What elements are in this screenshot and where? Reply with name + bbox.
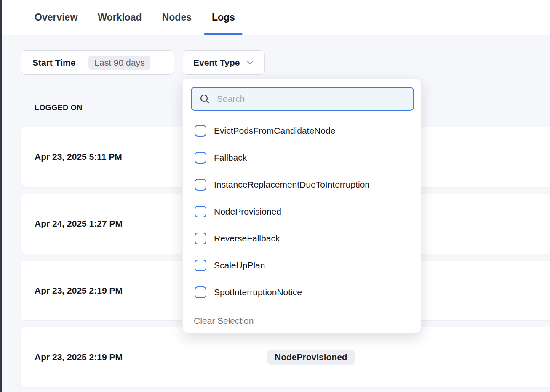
event-type-badge: NodeProvisioned <box>267 350 355 365</box>
logged-on-cell: Apr 23, 2025 5:11 PM <box>35 152 122 162</box>
event-type-option[interactable]: SpotInterruptionNotice <box>183 279 421 306</box>
option-label: ReverseFallback <box>214 233 280 244</box>
search-icon <box>199 93 211 105</box>
active-tab-indicator <box>204 33 243 35</box>
checkbox[interactable] <box>195 260 206 271</box>
option-label: SpotInterruptionNotice <box>214 287 302 297</box>
start-time-value-pill[interactable]: Last 90 days <box>88 56 150 70</box>
option-label: EvictPodsFromCandidateNode <box>214 126 335 136</box>
tab-overview-label: Overview <box>35 12 77 23</box>
logged-on-cell: Apr 24, 2025 1:27 PM <box>35 219 123 229</box>
column-header-logged-on: LOGGED ON <box>35 103 83 112</box>
event-type-option[interactable]: InstanceReplacementDueToInterruption <box>183 171 421 198</box>
event-type-option[interactable]: NodeProvisioned <box>183 198 421 225</box>
search-field[interactable] <box>191 87 414 111</box>
logged-on-cell: Apr 23, 2025 2:19 PM <box>35 286 123 296</box>
option-label: ScaleUpPlan <box>214 260 265 270</box>
clear-selection-button[interactable]: Clear Selection <box>183 309 421 333</box>
start-time-filter[interactable]: Start Time Last 90 days <box>21 50 174 75</box>
tab-workload-label: Workload <box>98 12 142 23</box>
checkbox[interactable] <box>195 233 206 244</box>
tab-logs-label: Logs <box>212 12 235 23</box>
logged-on-cell: Apr 23, 2025 2:19 PM <box>35 352 123 362</box>
option-label: Fallback <box>214 153 247 163</box>
tab-bar: Overview Workload Nodes Logs <box>0 0 550 35</box>
tab-overview[interactable]: Overview <box>35 0 77 35</box>
event-type-filter-button[interactable]: Event Type <box>183 50 265 75</box>
event-type-options: EvictPodsFromCandidateNode Fallback Inst… <box>183 117 421 333</box>
tab-nodes-label: Nodes <box>162 12 192 23</box>
chevron-down-icon <box>246 58 254 67</box>
start-time-label: Start Time <box>32 58 75 68</box>
option-label: InstanceReplacementDueToInterruption <box>214 180 370 190</box>
tab-workload[interactable]: Workload <box>98 0 142 35</box>
option-label: NodeProvisioned <box>214 207 281 217</box>
checkbox[interactable] <box>195 125 206 137</box>
checkbox[interactable] <box>195 152 206 164</box>
log-row[interactable]: Apr 23, 2025 2:19 PM NodeProvisioned <box>21 327 550 387</box>
checkbox[interactable] <box>195 286 206 298</box>
tab-logs[interactable]: Logs <box>212 0 235 35</box>
event-type-option[interactable]: EvictPodsFromCandidateNode <box>183 117 421 144</box>
checkbox[interactable] <box>195 206 206 217</box>
event-type-label: Event Type <box>193 58 240 68</box>
event-type-option[interactable]: ReverseFallback <box>183 225 421 252</box>
event-type-option[interactable]: ScaleUpPlan <box>183 252 421 279</box>
event-type-dropdown: EvictPodsFromCandidateNode Fallback Inst… <box>182 78 421 333</box>
tab-nodes[interactable]: Nodes <box>162 0 192 35</box>
sidebar-edge <box>0 0 2 392</box>
event-type-option[interactable]: Fallback <box>183 144 421 171</box>
checkbox[interactable] <box>195 179 206 191</box>
text-caret <box>216 93 216 105</box>
logs-content: Start Time Last 90 days Event Type LOGGE… <box>0 35 550 392</box>
search-input[interactable] <box>217 94 407 104</box>
filter-divider <box>82 57 82 68</box>
